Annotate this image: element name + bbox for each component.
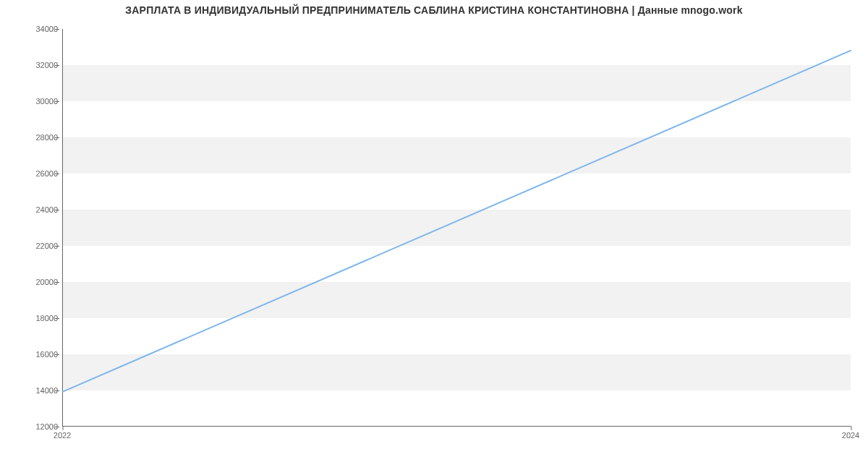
y-tick-label: 16000 [14, 350, 58, 359]
y-tick-label: 32000 [14, 61, 58, 69]
y-tick-label: 18000 [14, 314, 58, 322]
series-line [63, 51, 851, 392]
x-tick [63, 426, 64, 430]
y-tick-label: 34000 [14, 25, 58, 33]
x-tick [851, 426, 852, 430]
chart-container: ЗАРПЛАТА В ИНДИВИДУАЛЬНЫЙ ПРЕДПРИНИМАТЕЛ… [0, 0, 868, 470]
chart-title: ЗАРПЛАТА В ИНДИВИДУАЛЬНЫЙ ПРЕДПРИНИМАТЕЛ… [0, 4, 868, 16]
y-tick-label: 22000 [14, 242, 58, 250]
y-tick-label: 30000 [14, 97, 58, 106]
y-tick-label: 20000 [14, 278, 58, 286]
y-tick-label: 12000 [14, 422, 58, 431]
x-tick-label: 2022 [54, 431, 71, 440]
x-tick-label: 2024 [842, 431, 859, 440]
plot-area [62, 29, 851, 427]
y-tick-label: 24000 [14, 205, 58, 214]
y-tick-label: 14000 [14, 386, 58, 395]
y-tick-label: 28000 [14, 133, 58, 142]
y-tick-label: 26000 [14, 169, 58, 178]
line-layer [63, 29, 851, 426]
